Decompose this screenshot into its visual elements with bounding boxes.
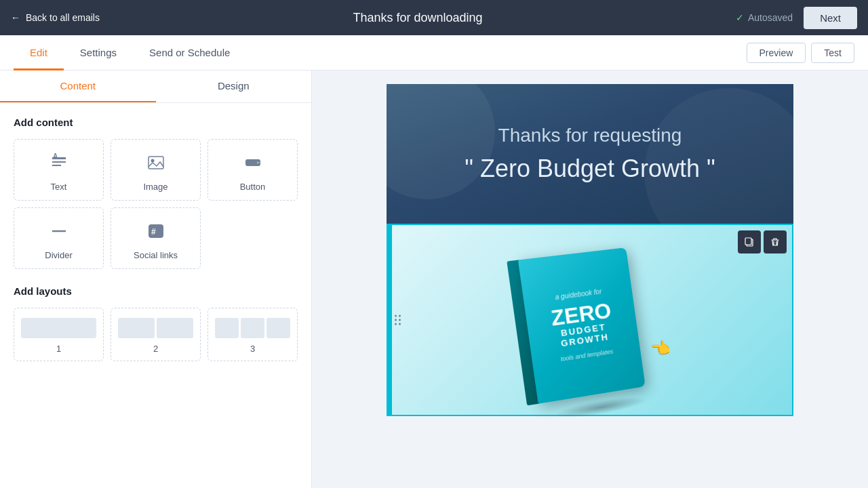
layout-col bbox=[241, 318, 264, 338]
book-tools-text: tools and templates bbox=[560, 348, 614, 362]
content-card-divider[interactable]: Divider bbox=[14, 207, 104, 269]
content-card-button[interactable]: Button bbox=[208, 139, 298, 201]
layout-label-2: 2 bbox=[153, 344, 158, 354]
email-image-section[interactable]: a guidebook for ZERO BUDGET GROWTH tools… bbox=[387, 224, 793, 416]
drag-dot bbox=[399, 323, 401, 325]
drag-dot bbox=[399, 319, 401, 321]
svg-text:#: # bbox=[151, 227, 156, 237]
layout-preview-3 bbox=[215, 318, 290, 338]
divider-label: Divider bbox=[45, 250, 72, 260]
text-icon: A bbox=[50, 153, 68, 176]
content-card-social[interactable]: # Social links bbox=[111, 207, 201, 269]
image-action-bar bbox=[738, 230, 787, 253]
social-icon: # bbox=[146, 222, 165, 245]
back-to-emails[interactable]: ← Back to all emails bbox=[11, 12, 100, 23]
delete-section-button[interactable] bbox=[764, 230, 787, 253]
back-arrow-icon: ← bbox=[11, 12, 20, 23]
button-label: Button bbox=[240, 182, 266, 192]
sidebar-tab-design[interactable]: Design bbox=[156, 70, 312, 102]
image-label: Image bbox=[143, 182, 167, 192]
sidebar-tabs: Content Design bbox=[0, 70, 311, 103]
secondary-nav: Edit Settings Send or Schedule Preview T… bbox=[0, 35, 868, 70]
layout-preview-2 bbox=[118, 318, 193, 338]
image-icon bbox=[146, 153, 165, 176]
add-content-title: Add content bbox=[14, 117, 298, 128]
drag-dot bbox=[395, 315, 397, 317]
tab-send-schedule[interactable]: Send or Schedule bbox=[133, 36, 246, 70]
layout-preview-1 bbox=[21, 318, 96, 338]
social-label: Social links bbox=[134, 250, 178, 260]
layout-card-3[interactable]: 3 bbox=[208, 308, 298, 361]
drag-dot bbox=[395, 323, 397, 325]
test-button[interactable]: Test bbox=[811, 43, 854, 63]
content-grid: A Text Image bbox=[14, 139, 298, 269]
content-card-image[interactable]: Image bbox=[111, 139, 201, 201]
email-title: Thanks for downloading bbox=[353, 11, 482, 25]
layouts-grid: 1 2 3 bbox=[14, 308, 298, 361]
tab-edit[interactable]: Edit bbox=[14, 36, 64, 70]
layout-col bbox=[118, 318, 155, 338]
sidebar-tab-content[interactable]: Content bbox=[0, 70, 156, 102]
svg-point-5 bbox=[151, 159, 154, 163]
layout-card-1[interactable]: 1 bbox=[14, 308, 104, 361]
email-header: Thanks for requesting " Zero Budget Grow… bbox=[387, 84, 793, 224]
svg-rect-4 bbox=[149, 157, 163, 169]
drag-handle[interactable] bbox=[392, 312, 403, 328]
canvas-area: Thanks for requesting " Zero Budget Grow… bbox=[312, 70, 868, 488]
layout-col bbox=[21, 318, 96, 338]
text-label: Text bbox=[51, 182, 67, 192]
svg-text:A: A bbox=[53, 153, 58, 160]
book-guidebook-text: a guidebook for bbox=[555, 287, 602, 301]
main-layout: Content Design Add content A bbox=[0, 70, 868, 488]
tab-settings[interactable]: Settings bbox=[64, 36, 133, 70]
nav-tabs: Edit Settings Send or Schedule bbox=[14, 35, 246, 70]
svg-rect-12 bbox=[745, 238, 751, 245]
top-bar: ← Back to all emails Thanks for download… bbox=[0, 0, 868, 35]
nav-right-buttons: Preview Test bbox=[747, 43, 854, 63]
layout-col bbox=[267, 318, 290, 338]
layout-col bbox=[215, 318, 239, 338]
next-button[interactable]: Next bbox=[804, 7, 857, 29]
svg-rect-1 bbox=[52, 161, 66, 163]
top-bar-right: ✓ Autosaved Next bbox=[736, 7, 857, 29]
book-image-area: a guidebook for ZERO BUDGET GROWTH tools… bbox=[388, 225, 792, 415]
svg-rect-2 bbox=[52, 165, 61, 166]
sidebar-content: Add content A Text bbox=[0, 103, 311, 375]
layout-col bbox=[157, 318, 193, 338]
check-icon: ✓ bbox=[736, 12, 744, 23]
content-card-text[interactable]: A Text bbox=[14, 139, 104, 201]
divider-icon bbox=[50, 222, 68, 245]
add-layouts-title: Add layouts bbox=[14, 285, 298, 297]
copy-section-button[interactable] bbox=[738, 230, 761, 253]
email-header-line1: Thanks for requesting bbox=[414, 125, 766, 146]
book-cover: a guidebook for ZERO BUDGET GROWTH tools… bbox=[518, 247, 646, 404]
book-illustration: a guidebook for ZERO BUDGET GROWTH tools… bbox=[518, 246, 659, 411]
layout-label-1: 1 bbox=[56, 344, 61, 354]
layout-label-3: 3 bbox=[250, 344, 255, 354]
layout-card-2[interactable]: 2 bbox=[111, 308, 201, 361]
email-header-line2: " Zero Budget Growth " bbox=[414, 155, 766, 183]
drag-dot bbox=[399, 315, 401, 317]
drag-dot bbox=[395, 319, 397, 321]
preview-button[interactable]: Preview bbox=[747, 43, 806, 63]
sidebar: Content Design Add content A bbox=[0, 70, 312, 488]
autosaved-indicator: ✓ Autosaved bbox=[736, 12, 793, 23]
autosaved-label: Autosaved bbox=[748, 12, 793, 23]
back-label: Back to all emails bbox=[26, 12, 100, 23]
email-wrapper: Thanks for requesting " Zero Budget Grow… bbox=[387, 84, 793, 474]
button-icon bbox=[243, 153, 262, 176]
